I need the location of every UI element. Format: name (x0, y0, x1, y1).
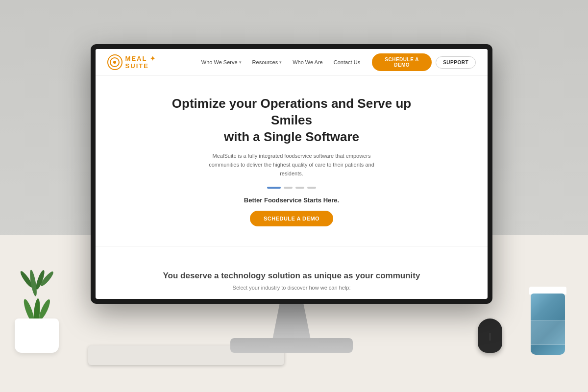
monitor-stand-base (230, 338, 353, 353)
cup-sleeve (531, 320, 565, 345)
logo-text-suite: ✦ (150, 55, 156, 62)
slider-dot-2[interactable] (284, 187, 293, 189)
monitor: MEAL ✦ SUITE Who We Serve ▾ Resources ▾ (91, 44, 492, 304)
plant (0, 270, 74, 353)
mouse-scroll-wheel (490, 333, 490, 341)
nav-item-who-we-serve[interactable]: Who We Serve ▾ (197, 57, 245, 67)
nav-links: Who We Serve ▾ Resources ▾ Who We Are Co… (197, 57, 364, 67)
cup-body (531, 294, 565, 355)
mouse (478, 318, 502, 353)
hero-section: Optimize your Operations and Serve up Sm… (96, 76, 488, 236)
lower-section-subtitle: Select your industry to discover how we … (105, 285, 478, 291)
logo-text: MEAL ✦ SUITE (125, 55, 180, 70)
lower-section-title: You deserve a technology solution as uni… (105, 271, 478, 281)
hero-subtitle: MealSuite is a fully integrated foodserv… (201, 152, 382, 178)
lower-section: You deserve a technology solution as uni… (96, 256, 488, 295)
plant-pot (15, 318, 59, 353)
plant-leaves (7, 270, 66, 318)
schedule-demo-button[interactable]: SCHEDULE A DEMO (372, 53, 432, 71)
hero-schedule-demo-button[interactable]: SCHEDULE A DEMO (250, 211, 333, 226)
logo-text-meal: MEAL (125, 55, 147, 62)
logo-icon (107, 54, 122, 70)
hero-tagline: Better Foodservice Starts Here. (244, 196, 339, 204)
nav-item-who-we-are[interactable]: Who We Are (289, 57, 327, 67)
monitor-screen: MEAL ✦ SUITE Who We Serve ▾ Resources ▾ (96, 49, 488, 299)
nav-item-contact-us[interactable]: Contact Us (330, 57, 364, 67)
logo-dot (113, 61, 116, 64)
website: MEAL ✦ SUITE Who We Serve ▾ Resources ▾ (96, 49, 488, 299)
slider-dots (267, 187, 316, 189)
hero-title: Optimize your Operations and Serve up Sm… (169, 96, 414, 145)
logo-text-suite-word: SUITE (125, 62, 149, 70)
slider-dot-4[interactable] (307, 187, 316, 189)
support-button[interactable]: SUPPORT (436, 56, 476, 69)
nav-item-resources[interactable]: Resources ▾ (248, 57, 286, 67)
chevron-down-icon: ▾ (279, 60, 282, 65)
chevron-down-icon: ▾ (239, 60, 242, 65)
navbar: MEAL ✦ SUITE Who We Serve ▾ Resources ▾ (96, 49, 488, 76)
nav-cta-area: SCHEDULE A DEMO SUPPORT (372, 53, 476, 71)
slider-dot-1[interactable] (267, 187, 281, 189)
section-divider (96, 246, 488, 246)
logo-icon-inner (110, 57, 120, 67)
coffee-cup (531, 287, 567, 355)
slider-dot-3[interactable] (295, 187, 304, 189)
logo[interactable]: MEAL ✦ SUITE (107, 54, 180, 70)
